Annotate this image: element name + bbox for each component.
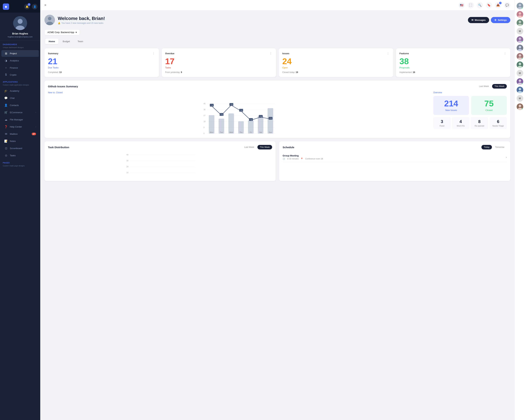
right-avatar-6[interactable] <box>517 61 523 68</box>
user-icon-btn[interactable]: 👤 <box>32 4 38 9</box>
settings-button[interactable]: ⚙ Settings <box>491 17 510 23</box>
right-avatar-5[interactable] <box>517 53 523 60</box>
chevron-right-icon: › <box>36 112 36 113</box>
overview-label: Overview <box>433 91 507 94</box>
stat-menu-issues[interactable]: ⋮ <box>387 52 390 55</box>
sidebar-item-mailbox[interactable]: ✉ Mailbox 27 <box>1 131 39 137</box>
sidebar-item-notes[interactable]: 📝 Notes <box>1 138 39 145</box>
right-avatar-4[interactable] <box>517 45 523 51</box>
search-btn[interactable]: 🔍 <box>477 2 483 8</box>
svg-text:30: 30 <box>127 160 129 162</box>
pages-label: PAGES <box>0 159 40 165</box>
schedule-header: Schedule Today Tomorrow <box>283 145 507 149</box>
bell-icon: 🔔 <box>58 22 60 24</box>
notification-bell-btn[interactable]: 🔔 3 <box>24 4 30 9</box>
hamburger-btn[interactable]: ≡ <box>45 3 46 7</box>
tab-team[interactable]: Team <box>74 39 87 44</box>
svg-text:Tue: Tue <box>220 131 223 133</box>
svg-text:40: 40 <box>127 154 129 156</box>
fullscreen-btn[interactable]: ⛶ <box>468 2 474 8</box>
stat-label-overdue: Tasks <box>165 66 273 69</box>
schedule-item-info: Group Meeting 🕐 in 32 minutes 📍 Conferen… <box>283 154 323 160</box>
task-this-week-btn[interactable]: This Week <box>257 145 272 149</box>
sidebar-item-helpcenter[interactable]: ❓ Help Center › <box>1 123 39 130</box>
svg-text:Sat: Sat <box>259 131 262 133</box>
stat-card-summary: Summary ⋮ 21 Due Tasks Completed: 13 <box>45 48 159 77</box>
sidebar-item-tasks[interactable]: ⊙ Tasks <box>1 152 39 159</box>
svg-text:9: 9 <box>204 127 205 129</box>
tab-home[interactable]: Home <box>45 39 58 44</box>
stat-title-overdue: Overdue <box>165 52 175 55</box>
right-avatar-m[interactable]: M <box>517 28 523 35</box>
right-avatar-2[interactable] <box>517 19 523 26</box>
tomorrow-btn[interactable]: Tomorrow <box>493 145 507 149</box>
app-logo[interactable]: ◆ <box>3 3 9 10</box>
sidebar-item-label: Finance <box>10 66 18 69</box>
online-indicator4 <box>522 58 523 59</box>
sidebar-item-scrumboard[interactable]: ⊡ Scrumboard <box>1 145 39 152</box>
reopened-label: Re-opened <box>472 125 487 127</box>
contacts-icon: 👤 <box>4 104 8 107</box>
project-selector[interactable]: ACME Corp. Backend App ▾ <box>45 29 80 35</box>
stat-menu-overdue[interactable]: ⋮ <box>269 52 272 55</box>
task-last-week-btn[interactable]: Last Week <box>242 145 257 149</box>
sidebar-item-label: ECommerce <box>10 111 22 114</box>
sidebar-item-ecommerce[interactable]: 🛒 ECommerce › <box>1 109 39 116</box>
sidebar-top: ◆ 🔔 3 👤 <box>0 0 40 13</box>
sidebar-item-label: Project <box>10 52 17 55</box>
svg-point-1 <box>18 19 23 24</box>
sidebar-item-academy[interactable]: 🎓 Academy <box>1 87 39 94</box>
welcome-title: Welcome back, Brian! <box>58 16 105 21</box>
this-week-btn[interactable]: This Week <box>492 84 507 89</box>
sidebar-item-crypto[interactable]: $ Crypto <box>1 71 39 78</box>
svg-point-62 <box>519 4 521 6</box>
bookmark-btn[interactable]: 🔖 <box>486 2 492 8</box>
stat-menu-summary[interactable]: ⋮ <box>152 52 155 55</box>
schedule-arrow-btn[interactable]: › <box>506 155 507 159</box>
tab-budget[interactable]: Budget <box>59 39 73 44</box>
svg-point-30 <box>221 114 222 116</box>
chat-btn[interactable]: 💬 <box>504 2 510 8</box>
github-content: New vs. Closed 0 9 18 27 36 45 <box>48 91 507 134</box>
profile-name: Brian Hughes <box>3 32 38 35</box>
stat-card-features: Features ⋮ 38 Proposals Implemented: 16 <box>396 48 510 77</box>
sidebar-item-finance[interactable]: ○ Finance <box>1 64 39 71</box>
svg-point-74 <box>519 46 521 48</box>
wont-fix-number: 4 <box>453 119 468 124</box>
new-issues-card: 214 New Issues <box>433 96 469 115</box>
right-avatar-8[interactable] <box>517 87 523 93</box>
clock-icon: 🕐 <box>283 158 285 160</box>
svg-point-86 <box>519 88 521 90</box>
sidebar-item-contacts[interactable]: 👤 Contacts <box>1 102 39 109</box>
dashboards-label: DASHBOARDS <box>0 41 40 47</box>
svg-rect-20 <box>228 113 234 133</box>
svg-point-89 <box>519 105 521 107</box>
right-avatar-0[interactable] <box>517 3 523 9</box>
sidebar-item-label: Scrumboard <box>10 147 22 150</box>
right-avatar-7[interactable] <box>517 78 523 85</box>
last-week-btn[interactable]: Last Week <box>477 84 491 89</box>
today-btn[interactable]: Today <box>481 145 492 149</box>
wont-fix-card: 4 Won't Fix <box>452 117 469 129</box>
right-avatar-m3[interactable]: M <box>517 95 523 102</box>
inbox-btn[interactable]: 📥 5 <box>495 2 501 8</box>
mailbox-icon: ✉ <box>4 132 8 136</box>
sidebar-item-chat[interactable]: 💬 Chat <box>1 95 39 102</box>
right-avatar-1[interactable] <box>517 11 523 18</box>
scrumboard-icon: ⊡ <box>4 147 8 150</box>
flag-btn[interactable]: 🇺🇸 <box>459 2 465 8</box>
svg-text:0: 0 <box>204 132 205 134</box>
svg-text:20: 20 <box>127 166 129 168</box>
stat-label-issues: Open <box>282 66 390 69</box>
right-avatar-m2[interactable]: M <box>517 70 523 76</box>
messages-button[interactable]: ✉ Messages <box>468 17 489 23</box>
inbox-badge: 5 <box>499 2 502 4</box>
sidebar-item-project[interactable]: ⊞ Project <box>1 50 39 57</box>
new-issues-label: New Issues <box>445 109 457 112</box>
right-avatar-3[interactable] <box>517 36 523 43</box>
sidebar-item-filemanager[interactable]: ☁ File Manager <box>1 116 39 123</box>
svg-point-80 <box>519 63 521 65</box>
stat-menu-features[interactable]: ⋮ <box>504 52 507 55</box>
sidebar-item-analytics[interactable]: ◑ Analytics <box>1 57 39 64</box>
right-avatar-9[interactable] <box>517 103 523 110</box>
